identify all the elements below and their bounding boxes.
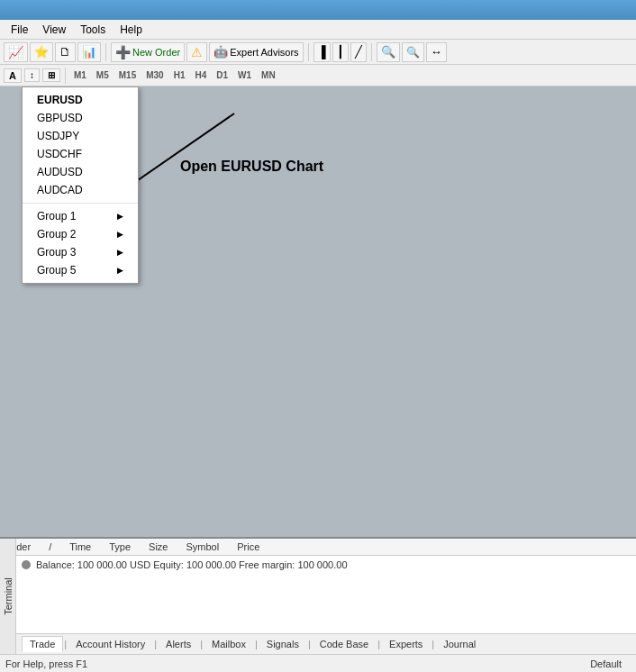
toolbar-icon2[interactable]: ⭐ bbox=[30, 42, 53, 62]
balance-text: Balance: 100 000.00 USD Equity: 100 000.… bbox=[36, 559, 348, 570]
group3-label: Group 3 bbox=[37, 246, 76, 259]
col-time: Time bbox=[69, 541, 91, 552]
menu-tools[interactable]: Tools bbox=[73, 22, 113, 38]
new-chart-icon: 📈 bbox=[8, 45, 23, 59]
period-h1[interactable]: H1 bbox=[170, 69, 189, 81]
toolbar-chart3[interactable]: ╱ bbox=[350, 42, 367, 62]
bottom-column-headers: Order / Time Type Size Symbol Price bbox=[0, 539, 636, 556]
balance-row: Balance: 100 000.00 USD Equity: 100 000.… bbox=[0, 556, 636, 574]
new-order-button[interactable]: ➕ New Order bbox=[111, 42, 185, 62]
status-right: Default bbox=[590, 658, 631, 669]
toolbar-sep1 bbox=[105, 43, 106, 61]
main-toolbar: 📈 ⭐ 🗋 📊 ➕ New Order ⚠ 🤖 Expert Advisors … bbox=[0, 40, 636, 65]
menu-bar: File View Tools Help bbox=[0, 20, 636, 40]
toolbar-chart2[interactable]: ┃ bbox=[332, 42, 349, 62]
annotation-text: Open EURUSD Chart bbox=[180, 159, 323, 175]
col-slash: / bbox=[49, 541, 51, 552]
toolbar-scroll[interactable]: ↔ bbox=[426, 42, 447, 62]
period-m30[interactable]: M30 bbox=[142, 69, 167, 81]
status-bar: For Help, press F1 Default bbox=[0, 654, 636, 672]
symbol-audcad[interactable]: AUDCAD bbox=[23, 181, 138, 199]
period-mn[interactable]: MN bbox=[258, 69, 279, 81]
period-m1[interactable]: M1 bbox=[70, 69, 90, 81]
toolbar2-icon2[interactable]: ↕ bbox=[24, 68, 40, 82]
group3-item[interactable]: Group 3 ▶ bbox=[23, 243, 138, 261]
period-sep bbox=[65, 68, 66, 84]
balance-icon bbox=[22, 560, 31, 569]
period-toolbar: A ↕ ⊞ M1 M5 M15 M30 H1 H4 D1 W1 MN bbox=[0, 65, 636, 86]
group3-arrow: ▶ bbox=[117, 248, 123, 257]
menu-file[interactable]: File bbox=[4, 22, 35, 38]
terminal-label-text: Terminal bbox=[3, 577, 14, 615]
tab-journal[interactable]: Journal bbox=[435, 636, 484, 652]
line-chart-icon: ╱ bbox=[355, 45, 362, 59]
group1-label: Group 1 bbox=[37, 210, 76, 222]
title-bar bbox=[0, 0, 636, 20]
period-w1[interactable]: W1 bbox=[234, 69, 255, 81]
group1-arrow: ▶ bbox=[117, 212, 123, 221]
warning-icon: ⚠ bbox=[191, 45, 203, 59]
symbol-audusd[interactable]: AUDUSD bbox=[23, 163, 138, 181]
toolbar-zoom-out[interactable]: 🔍 bbox=[402, 42, 424, 62]
tab-trade[interactable]: Trade bbox=[22, 636, 63, 652]
symbol-gbpusd[interactable]: GBPUSD bbox=[23, 109, 138, 127]
expert-advisors-button[interactable]: 🤖 Expert Advisors bbox=[209, 42, 303, 62]
col-symbol: Symbol bbox=[186, 541, 220, 552]
tab-experts[interactable]: Experts bbox=[381, 636, 431, 652]
toolbar-sep2 bbox=[308, 43, 309, 61]
status-left: For Help, press F1 bbox=[5, 658, 87, 669]
toolbar-zoom-in[interactable]: 🔍 bbox=[377, 42, 400, 62]
group5-label: Group 5 bbox=[37, 264, 76, 277]
toolbar2-icon3[interactable]: ⊞ bbox=[42, 68, 60, 82]
zoom-in-icon: 🔍 bbox=[381, 45, 395, 59]
period-h4[interactable]: H4 bbox=[191, 69, 210, 81]
group2-label: Group 2 bbox=[37, 228, 76, 241]
menu-help[interactable]: Help bbox=[113, 22, 150, 38]
expert-icon: 🤖 bbox=[214, 45, 228, 59]
terminal-sidebar: Terminal bbox=[0, 539, 16, 654]
tab-account-history[interactable]: Account History bbox=[68, 636, 153, 652]
period-d1[interactable]: D1 bbox=[213, 69, 232, 81]
col-price: Price bbox=[237, 541, 259, 552]
toolbar-chart1[interactable]: ▐ bbox=[313, 42, 331, 62]
group1-item[interactable]: Group 1 ▶ bbox=[23, 207, 138, 225]
tab-mailbox[interactable]: Mailbox bbox=[204, 636, 254, 652]
toolbar-icon3[interactable]: 🗋 bbox=[55, 42, 76, 62]
toolbar-icon1[interactable]: 📈 bbox=[4, 42, 28, 62]
symbol-eurusd[interactable]: EURUSD bbox=[23, 91, 138, 109]
col-size: Size bbox=[149, 541, 168, 552]
toolbar2-icon1[interactable]: A bbox=[4, 68, 22, 83]
candle-icon: ┃ bbox=[337, 45, 344, 59]
toolbar-icon4[interactable]: 📊 bbox=[77, 42, 101, 62]
period-m15[interactable]: M15 bbox=[115, 69, 140, 81]
indicators-icon: 📊 bbox=[82, 45, 96, 59]
new-order-label: New Order bbox=[132, 47, 180, 58]
tab-codebase[interactable]: Code Base bbox=[312, 636, 377, 652]
bottom-panel: Terminal Order / Time Type Size Symbol P… bbox=[0, 537, 636, 654]
templates-icon: ⭐ bbox=[34, 45, 49, 59]
symbol-usdchf[interactable]: USDCHF bbox=[23, 145, 138, 163]
menu-view[interactable]: View bbox=[35, 22, 73, 38]
group2-arrow: ▶ bbox=[117, 230, 123, 239]
tab-signals[interactable]: Signals bbox=[259, 636, 307, 652]
dropdown-divider bbox=[23, 203, 138, 204]
symbol-dropdown: EURUSD GBPUSD USDJPY USDCHF AUDUSD AUDCA… bbox=[22, 86, 139, 284]
expert-advisors-label: Expert Advisors bbox=[230, 47, 298, 58]
group2-item[interactable]: Group 2 ▶ bbox=[23, 225, 138, 243]
main-chart-area: EURUSD GBPUSD USDJPY USDCHF AUDUSD AUDCA… bbox=[0, 86, 636, 537]
toolbar-sep3 bbox=[371, 43, 372, 61]
group5-arrow: ▶ bbox=[117, 266, 123, 275]
period-m5[interactable]: M5 bbox=[93, 69, 113, 81]
col-type: Type bbox=[109, 541, 131, 552]
new-order-icon: ➕ bbox=[115, 45, 131, 59]
profiles-icon: 🗋 bbox=[59, 45, 71, 59]
group5-item[interactable]: Group 5 ▶ bbox=[23, 261, 138, 279]
tab-alerts[interactable]: Alerts bbox=[158, 636, 199, 652]
symbol-usdjpy[interactable]: USDJPY bbox=[23, 127, 138, 145]
bottom-tabs: Trade | Account History | Alerts | Mailb… bbox=[0, 633, 636, 654]
zoom-out-icon: 🔍 bbox=[406, 46, 420, 59]
scroll-icon: ↔ bbox=[431, 45, 442, 59]
bar-chart-icon: ▐ bbox=[318, 45, 326, 59]
toolbar-warning[interactable]: ⚠ bbox=[186, 42, 207, 62]
